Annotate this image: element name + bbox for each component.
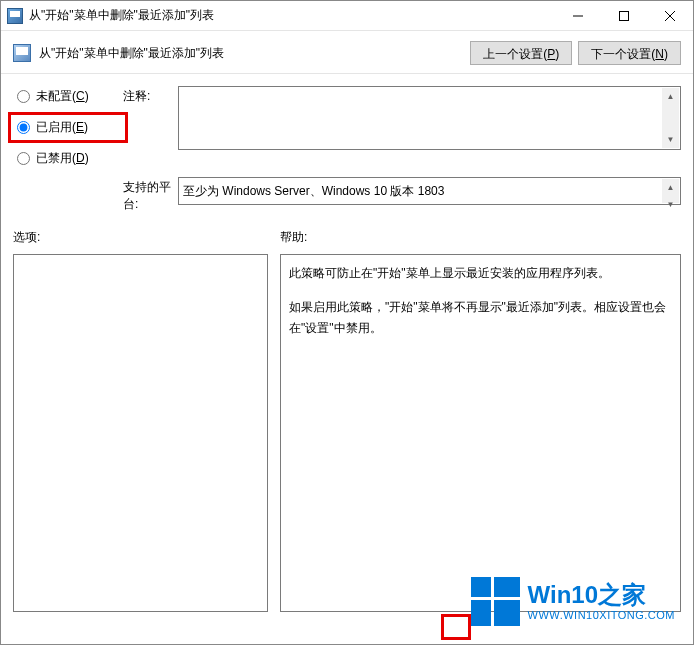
comment-label: 注释: [123,86,178,169]
scroll-up-icon: ▲ [662,88,679,105]
scroll-up-icon: ▲ [662,179,679,196]
close-button[interactable] [647,1,693,30]
watermark-sub: WWW.WIN10XITONG.COM [528,609,675,621]
scroll-down-icon: ▼ [662,196,679,213]
next-setting-button[interactable]: 下一个设置(N) [578,41,681,65]
radio-enabled[interactable]: 已启用(E) [13,117,123,138]
content-area: 未配置(C) 已启用(E) 已禁用(D) 注释: [1,74,693,213]
minimize-button[interactable] [555,1,601,30]
app-icon [7,8,23,24]
radio-not-configured-label: 未配置(C) [36,88,89,105]
platform-label: 支持的平台: [123,177,178,213]
previous-setting-button[interactable]: 上一个设置(P) [470,41,572,65]
scrollbar[interactable]: ▲ ▼ [662,179,679,203]
radio-enabled-input[interactable] [17,121,30,134]
minimize-icon [573,11,583,21]
help-paragraph-1: 此策略可防止在"开始"菜单上显示最近安装的应用程序列表。 [289,263,672,285]
window-title: 从"开始"菜单中删除"最近添加"列表 [29,7,555,24]
radio-not-configured-input[interactable] [17,90,30,103]
radio-disabled-label: 已禁用(D) [36,150,89,167]
watermark-main: Win10之家 [528,582,675,608]
maximize-icon [619,11,629,21]
help-paragraph-2: 如果启用此策略，"开始"菜单将不再显示"最近添加"列表。相应设置也会在"设置"中… [289,297,672,340]
options-panel [13,254,268,612]
radio-disabled[interactable]: 已禁用(D) [13,148,123,169]
lower-area: 选项: 帮助: 此策略可防止在"开始"菜单上显示最近安装的应用程序列表。 如果启… [1,221,693,620]
windows-logo-icon [471,577,520,626]
watermark: Win10之家 WWW.WIN10XITONG.COM [471,577,675,626]
policy-icon [13,44,31,62]
radio-enabled-label: 已启用(E) [36,119,88,136]
platform-field: 至少为 Windows Server、Windows 10 版本 1803 ▲ … [178,177,681,205]
scrollbar[interactable]: ▲ ▼ [662,88,679,148]
help-label: 帮助: [280,229,681,246]
state-radio-group: 未配置(C) 已启用(E) 已禁用(D) [13,86,123,169]
comment-field[interactable]: ▲ ▼ [178,86,681,150]
options-label: 选项: [13,229,268,246]
svg-rect-1 [620,11,629,20]
close-icon [665,11,675,21]
radio-not-configured[interactable]: 未配置(C) [13,86,123,107]
header: 从"开始"菜单中删除"最近添加"列表 上一个设置(P) 下一个设置(N) [1,31,693,74]
titlebar: 从"开始"菜单中删除"最近添加"列表 [1,1,693,31]
policy-title: 从"开始"菜单中删除"最近添加"列表 [39,45,470,62]
window-controls [555,1,693,30]
scroll-down-icon: ▼ [662,131,679,148]
maximize-button[interactable] [601,1,647,30]
radio-disabled-input[interactable] [17,152,30,165]
help-panel: 此策略可防止在"开始"菜单上显示最近安装的应用程序列表。 如果启用此策略，"开始… [280,254,681,612]
